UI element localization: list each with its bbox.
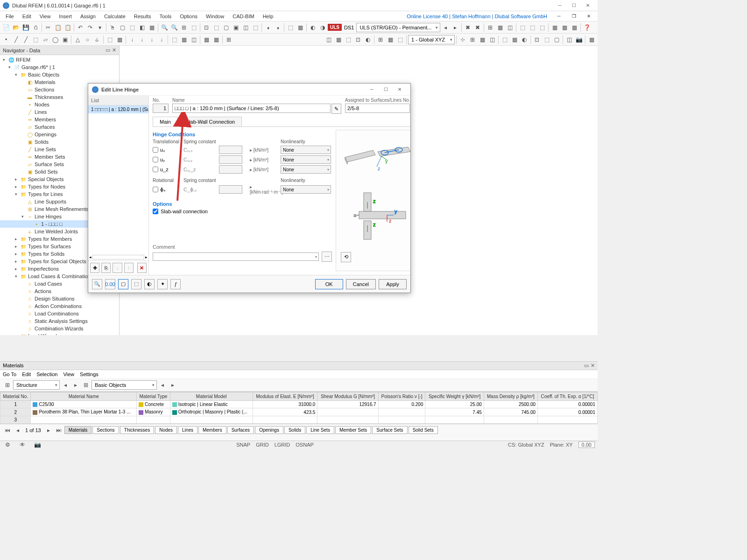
- toolbar-icon[interactable]: ◫: [487, 35, 497, 44]
- ok-button[interactable]: OK: [315, 279, 343, 289]
- doc-minimize-button[interactable]: ─: [552, 12, 566, 21]
- materials-menu-view[interactable]: View: [63, 371, 74, 377]
- list-scroll-left[interactable]: ◂: [89, 255, 92, 259]
- toolbar-icon[interactable]: ✖: [463, 23, 472, 32]
- toolbar-icon[interactable]: 📋: [63, 23, 72, 32]
- table-row[interactable]: 3: [0, 416, 598, 423]
- toolbar-icon[interactable]: ▾: [95, 23, 105, 32]
- toolbar-icon[interactable]: ▦: [587, 35, 596, 44]
- mat-tree-icon[interactable]: ⊞: [3, 380, 12, 390]
- toolbar-icon[interactable]: ▣: [60, 35, 70, 44]
- navigator-close-icon[interactable]: ✕: [112, 47, 116, 53]
- toolbar-icon[interactable]: ▦: [560, 23, 569, 32]
- table-header[interactable]: Material Name: [31, 392, 137, 401]
- material-tab[interactable]: Member Sets: [335, 426, 371, 434]
- toolbar-icon[interactable]: ⬚: [500, 35, 509, 44]
- toolbar-icon[interactable]: 📋: [53, 23, 63, 32]
- tree-item[interactable]: ⎍Static Analysis Settings: [0, 317, 119, 325]
- tree-item[interactable]: ▸📁Load Wizards: [0, 332, 119, 335]
- toolbar-icon[interactable]: ⬚: [518, 23, 527, 32]
- toolbar-icon[interactable]: ⬚: [286, 23, 295, 32]
- materials-menu-goto[interactable]: Go To: [3, 371, 16, 377]
- toolbar-icon[interactable]: ╱: [21, 35, 30, 44]
- materials-menu-settings[interactable]: Settings: [80, 371, 99, 377]
- slab-wall-checkbox[interactable]: [153, 209, 158, 214]
- table-header[interactable]: Coeff. of Th. Exp. α [1/°C]: [538, 392, 598, 401]
- name-edit-button[interactable]: ✎: [331, 104, 341, 114]
- dof-checkbox[interactable]: [153, 167, 158, 172]
- spring-input[interactable]: [219, 185, 242, 194]
- toolbar-icon[interactable]: ▢: [118, 23, 127, 32]
- mat-nav-prev[interactable]: ◂: [61, 380, 70, 390]
- mat-combo-structure[interactable]: Structure: [13, 380, 60, 390]
- status-grid[interactable]: GRID: [256, 442, 269, 448]
- material-tab[interactable]: Solids: [284, 426, 305, 434]
- apply-button[interactable]: Apply: [379, 279, 407, 289]
- material-tab[interactable]: Line Sets: [306, 426, 334, 434]
- toolbar-icon[interactable]: ◐: [363, 35, 373, 44]
- toolbar-icon[interactable]: ⬚: [169, 35, 179, 44]
- status-lgrid[interactable]: LGRID: [275, 442, 290, 448]
- spring-input[interactable]: [219, 146, 242, 154]
- toolbar-icon[interactable]: ⊞: [179, 23, 189, 32]
- dialog-list-item[interactable]: 1 □□□ □ | a : 120.0 mm | (Surfac: [88, 105, 148, 113]
- doc-restore-button[interactable]: ❐: [567, 12, 581, 21]
- footer-units-icon[interactable]: 0.00: [105, 279, 115, 289]
- tree-item[interactable]: ⎍Design Situations: [0, 295, 119, 302]
- footer-view1-icon[interactable]: ▢: [118, 279, 128, 289]
- toolbar-icon[interactable]: ◫: [189, 35, 198, 44]
- dof-checkbox[interactable]: [153, 187, 158, 192]
- doc-close-button[interactable]: ✕: [582, 12, 596, 21]
- toolbar-icon[interactable]: •: [1, 35, 11, 44]
- material-tab[interactable]: Solid Sets: [409, 426, 438, 434]
- toolbar-icon[interactable]: ⬚: [395, 35, 405, 44]
- cancel-button[interactable]: Cancel: [346, 279, 376, 289]
- toolbar-icon[interactable]: ◐: [520, 35, 529, 44]
- toolbar-icon[interactable]: ○: [83, 35, 92, 44]
- toolbar-icon[interactable]: ⊡: [532, 35, 542, 44]
- footer-view3-icon[interactable]: ◐: [144, 279, 155, 289]
- dof-checkbox[interactable]: [153, 157, 158, 162]
- spring-input[interactable]: [219, 155, 242, 164]
- table-header[interactable]: Poisson's Ratio ν [-]: [378, 392, 425, 401]
- toolbar-icon[interactable]: ▦: [147, 23, 156, 32]
- tab-last[interactable]: ⏭: [54, 426, 63, 435]
- tree-item[interactable]: ⎍Action Combinations: [0, 302, 119, 310]
- spring-input[interactable]: [219, 165, 242, 174]
- menu-options[interactable]: Options: [176, 12, 201, 21]
- menu-calculate[interactable]: Calculate: [100, 12, 129, 21]
- table-header[interactable]: Material Type: [137, 392, 170, 401]
- toolbar-icon[interactable]: ▢: [552, 35, 561, 44]
- list-scroll-right[interactable]: ▸: [145, 255, 148, 259]
- toolbar-icon[interactable]: ◫: [241, 23, 250, 32]
- toolbar-icon[interactable]: ⊞: [224, 35, 233, 44]
- toolbar-icon[interactable]: ↶: [76, 23, 85, 32]
- toolbar-icon[interactable]: ▦: [115, 35, 124, 44]
- toolbar-icon[interactable]: ▣: [231, 23, 240, 32]
- toolbar-icon[interactable]: ▦: [334, 35, 343, 44]
- material-tab[interactable]: Lines: [178, 426, 197, 434]
- table-row[interactable]: 1C25/30ConcreteIsotropic | Linear Elasti…: [0, 401, 598, 408]
- navigator-undock-icon[interactable]: ▭: [106, 47, 110, 53]
- nonlinearity-combo[interactable]: None: [281, 185, 331, 194]
- material-tab[interactable]: Sections: [92, 426, 119, 434]
- sort-asc-button[interactable]: ↓: [113, 263, 122, 273]
- toolbar-icon[interactable]: ▢: [221, 23, 231, 32]
- toolbar-icon[interactable]: ⊡: [202, 23, 211, 32]
- material-tab[interactable]: Openings: [255, 426, 283, 434]
- toolbar-icon[interactable]: ⊞: [376, 35, 385, 44]
- materials-undock-icon[interactable]: ▭: [584, 363, 589, 369]
- tree-file[interactable]: ▾📄Garage.rf6* | 1: [0, 63, 119, 71]
- menu-view[interactable]: View: [36, 12, 55, 21]
- menu-assign[interactable]: Assign: [77, 12, 99, 21]
- toolbar-icon[interactable]: ↓: [147, 35, 156, 44]
- toolbar-icon[interactable]: ▦: [202, 35, 211, 44]
- tab-main[interactable]: Main: [153, 117, 178, 126]
- close-button[interactable]: ✕: [581, 1, 595, 10]
- nonlinearity-combo[interactable]: None: [281, 146, 331, 154]
- tree-item[interactable]: ⎍Load Combinations: [0, 310, 119, 317]
- toolbar-icon[interactable]: 💾: [21, 23, 30, 32]
- material-tab[interactable]: Surface Sets: [372, 426, 407, 434]
- dof-checkbox[interactable]: [153, 147, 158, 153]
- toolbar-icon[interactable]: ╱: [11, 35, 21, 44]
